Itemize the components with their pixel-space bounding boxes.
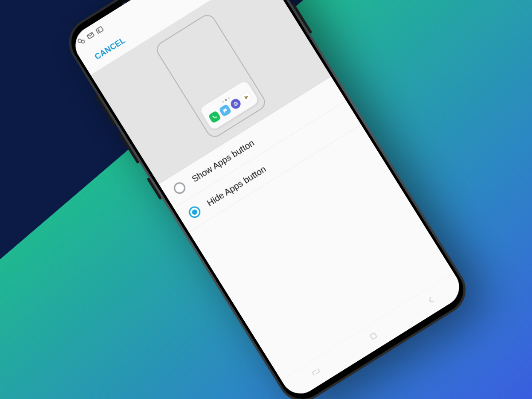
preview-phone [153,12,268,140]
back-icon [424,293,438,307]
recents-icon [309,365,323,378]
radio-icon [187,204,203,220]
mail-icon [85,30,96,41]
svg-rect-3 [96,27,103,34]
preview-dock [199,79,260,131]
browser-app-icon [229,97,242,110]
contact-card-icon [94,24,105,35]
recents-button[interactable] [309,365,324,380]
phone-app-icon [208,110,221,123]
svg-point-4 [98,29,99,31]
messages-app-icon [218,103,231,117]
radio-icon [172,180,188,196]
home-icon [367,329,380,343]
notification-group-icon [76,36,87,47]
play-store-app-icon [239,90,253,104]
svg-point-9 [233,101,238,106]
home-button[interactable] [367,329,381,344]
svg-rect-11 [370,332,377,339]
back-button[interactable] [424,293,438,309]
